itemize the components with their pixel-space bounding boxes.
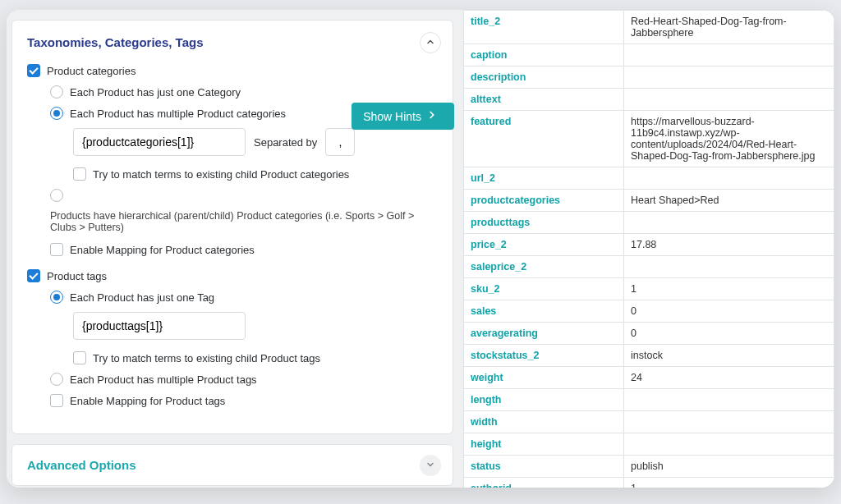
table-key: sku_2: [464, 278, 624, 300]
table-value: [624, 433, 834, 456]
table-key: height: [464, 433, 624, 456]
category-single-label: Each Product has just one Category: [70, 86, 241, 99]
table-key: averagerating: [464, 323, 624, 345]
table-row: price_217.88: [464, 234, 834, 256]
table-key: width: [464, 411, 624, 433]
product-categories-label: Product categories: [47, 65, 136, 77]
table-key: title_2: [464, 11, 624, 44]
table-value: publish: [624, 456, 834, 478]
tag-single-radio[interactable]: [50, 291, 63, 304]
category-try-match-row: Try to match terms to existing child Pro…: [27, 167, 438, 181]
tag-mapping-label: Enable Mapping for Product tags: [70, 395, 225, 407]
table-key: alttext: [464, 89, 624, 111]
category-hierarchical-radio[interactable]: [50, 189, 63, 202]
table-value: 0: [624, 323, 834, 345]
table-value: Heart Shaped>Red: [624, 190, 834, 212]
tag-multiple-radio[interactable]: [50, 373, 63, 386]
tag-try-match-checkbox[interactable]: [73, 351, 86, 364]
table-key: description: [464, 66, 624, 89]
separated-by-label: Separated by: [254, 136, 317, 149]
table-key: productcategories: [464, 190, 624, 212]
tag-try-match-label: Try to match terms to existing child Pro…: [93, 352, 320, 364]
category-try-match-label: Try to match terms to existing child Pro…: [93, 168, 349, 181]
table-row: width: [464, 411, 834, 433]
product-categories-checkbox[interactable]: [27, 64, 40, 77]
table-value: Red-Heart-Shaped-Dog-Tag-from-Jabbersphe…: [624, 11, 834, 44]
category-single-row: Each Product has just one Category: [27, 85, 438, 99]
table-value: [624, 89, 834, 111]
table-key: featured: [464, 111, 624, 167]
category-try-match-checkbox[interactable]: [73, 167, 86, 181]
category-value-row: Separated by: [27, 128, 438, 156]
table-key: weight: [464, 367, 624, 389]
product-tags-checkbox[interactable]: [27, 269, 40, 282]
show-hints-label: Show Hints: [363, 110, 421, 123]
table-row: title_2Red-Heart-Shaped-Dog-Tag-from-Jab…: [464, 11, 834, 44]
category-multiple-radio[interactable]: [50, 107, 63, 120]
table-row: averagerating0: [464, 323, 834, 345]
table-value: 0: [624, 300, 834, 323]
table-key: producttags: [464, 212, 624, 234]
table-key: price_2: [464, 234, 624, 256]
category-mapping-label: Enable Mapping for Product categories: [70, 244, 255, 256]
table-key: caption: [464, 44, 624, 66]
table-row: weight24: [464, 367, 834, 389]
data-table: title_2Red-Heart-Shaped-Dog-Tag-from-Jab…: [463, 10, 834, 488]
table-row: length: [464, 389, 834, 411]
category-single-radio[interactable]: [50, 85, 63, 99]
table-value: [624, 411, 834, 433]
table-row: stockstatus_2instock: [464, 345, 834, 367]
table-row: description: [464, 66, 834, 89]
chevron-down-icon: [425, 458, 435, 473]
table-value: 1: [624, 278, 834, 300]
category-mapping-row: Enable Mapping for Product categories: [27, 243, 438, 256]
product-tags-label: Product tags: [47, 270, 107, 282]
advanced-options-title: Advanced Options: [27, 458, 438, 472]
product-categories-row: Product categories: [27, 64, 438, 77]
table-key: authorid: [464, 478, 624, 488]
data-preview-panel: title_2Red-Heart-Shaped-Dog-Tag-from-Jab…: [463, 10, 834, 488]
category-hierarchical-help: Products have hierarchical (parent/child…: [27, 210, 438, 233]
collapse-panel-button[interactable]: [420, 32, 441, 53]
table-value: [624, 44, 834, 66]
table-value: [624, 167, 834, 190]
tag-mapping-row: Enable Mapping for Product tags: [27, 394, 438, 407]
product-tags-input[interactable]: [73, 312, 246, 340]
category-hierarchical-row: [27, 189, 438, 202]
table-row: featuredhttps://marvellous-buzzard-11b9c…: [464, 111, 834, 167]
tag-multiple-label: Each Product has multiple Product tags: [70, 373, 257, 386]
table-row: height: [464, 433, 834, 456]
table-key: status: [464, 456, 624, 478]
table-row: saleprice_2: [464, 256, 834, 278]
table-row: producttags: [464, 212, 834, 234]
tag-value-row: [27, 312, 438, 340]
product-tags-row: Product tags: [27, 269, 438, 282]
category-multiple-label: Each Product has multiple Product catego…: [70, 108, 286, 120]
table-row: url_2: [464, 167, 834, 190]
table-key: sales: [464, 300, 624, 323]
table-key: saleprice_2: [464, 256, 624, 278]
table-value: 17.88: [624, 234, 834, 256]
advanced-collapse-button[interactable]: [420, 455, 441, 476]
tag-single-row: Each Product has just one Tag: [27, 291, 438, 304]
table-key: stockstatus_2: [464, 345, 624, 367]
table-key: length: [464, 389, 624, 411]
table-key: url_2: [464, 167, 624, 190]
chevron-right-icon: [426, 109, 438, 123]
table-value: [624, 256, 834, 278]
taxonomies-panel: Taxonomies, Categories, Tags Show Hints …: [11, 20, 453, 434]
table-row: authorid1: [464, 478, 834, 488]
chevron-up-icon: [425, 36, 435, 49]
table-row: statuspublish: [464, 456, 834, 478]
tag-multiple-row: Each Product has multiple Product tags: [27, 373, 438, 386]
advanced-options-panel[interactable]: Advanced Options: [11, 444, 453, 486]
table-row: alttext: [464, 89, 834, 111]
category-separator-input[interactable]: [325, 128, 355, 156]
show-hints-button[interactable]: Show Hints: [352, 103, 454, 130]
category-mapping-checkbox[interactable]: [50, 243, 63, 256]
table-row: sales0: [464, 300, 834, 323]
table-row: sku_21: [464, 278, 834, 300]
tag-single-label: Each Product has just one Tag: [70, 291, 214, 304]
product-categories-input[interactable]: [73, 128, 246, 156]
tag-mapping-checkbox[interactable]: [50, 394, 63, 407]
